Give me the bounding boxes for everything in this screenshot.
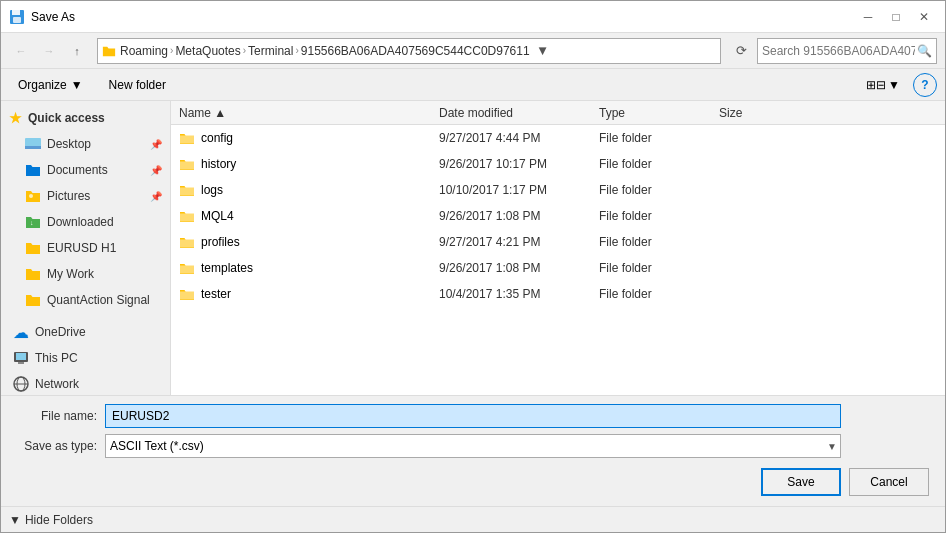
folder-icon xyxy=(179,234,195,250)
title-controls: ─ □ ✕ xyxy=(855,7,937,27)
file-type-cell: File folder xyxy=(599,157,719,171)
sidebar: ★ Quick access Desktop 📌 Documents 📌 xyxy=(1,101,171,395)
sidebar-item-mywork[interactable]: My Work xyxy=(1,261,170,287)
svg-point-5 xyxy=(29,194,33,198)
search-icon[interactable]: 🔍 xyxy=(917,44,932,58)
col-header-type[interactable]: Type xyxy=(599,106,719,120)
filename-label: File name: xyxy=(17,409,97,423)
col-header-date[interactable]: Date modified xyxy=(439,106,599,120)
title-bar: Save As ─ □ ✕ xyxy=(1,1,945,33)
address-bar[interactable]: Roaming › MetaQuotes › Terminal › 915566… xyxy=(97,38,721,64)
crumb-metaquotes[interactable]: MetaQuotes xyxy=(175,44,240,58)
sidebar-item-eurusd[interactable]: EURUSD H1 xyxy=(1,235,170,261)
table-row[interactable]: templates 9/26/2017 1:08 PM File folder xyxy=(171,255,945,281)
file-name-cell: templates xyxy=(179,260,439,276)
back-button[interactable]: ← xyxy=(9,39,33,63)
savetype-label: Save as type: xyxy=(17,439,97,453)
up-button[interactable]: ↑ xyxy=(65,39,89,63)
eurusd-icon xyxy=(25,240,41,256)
savetype-select[interactable]: ASCII Text (*.csv) xyxy=(105,434,841,458)
sidebar-item-network[interactable]: Network xyxy=(1,371,170,395)
forward-button[interactable]: → xyxy=(37,39,61,63)
table-row[interactable]: tester 10/4/2017 1:35 PM File folder xyxy=(171,281,945,307)
file-name-cell: history xyxy=(179,156,439,172)
filename-input[interactable] xyxy=(105,404,841,428)
file-date-cell: 10/4/2017 1:35 PM xyxy=(439,287,599,301)
folder-icon xyxy=(179,156,195,172)
quick-access-section: ★ Quick access Desktop 📌 Documents 📌 xyxy=(1,105,170,313)
documents-icon xyxy=(25,162,41,178)
maximize-button[interactable]: □ xyxy=(883,7,909,27)
table-row[interactable]: logs 10/10/2017 1:17 PM File folder xyxy=(171,177,945,203)
refresh-button[interactable]: ⟳ xyxy=(729,39,753,63)
network-icon xyxy=(13,376,29,392)
navigation-toolbar: ← → ↑ Roaming › MetaQuotes › Terminal › … xyxy=(1,33,945,69)
table-row[interactable]: MQL4 9/26/2017 1:08 PM File folder xyxy=(171,203,945,229)
file-type-cell: File folder xyxy=(599,131,719,145)
address-dropdown-button[interactable]: ▼ xyxy=(534,39,552,63)
sidebar-item-pictures[interactable]: Pictures 📌 xyxy=(1,183,170,209)
folder-icon xyxy=(179,286,195,302)
hide-folders-button[interactable]: ▼ Hide Folders xyxy=(9,513,93,527)
dialog-icon xyxy=(9,9,25,25)
crumb-hash[interactable]: 915566BA06ADA407569C544CC0D97611 xyxy=(301,44,530,58)
sidebar-item-quantaction[interactable]: QuantAction Signal xyxy=(1,287,170,313)
crumb-roaming[interactable]: Roaming xyxy=(120,44,168,58)
minimize-button[interactable]: ─ xyxy=(855,7,881,27)
sidebar-item-thispc[interactable]: This PC xyxy=(1,345,170,371)
sidebar-item-downloaded[interactable]: ↓ Downloaded xyxy=(1,209,170,235)
new-folder-button[interactable]: New folder xyxy=(100,73,175,97)
file-type-cell: File folder xyxy=(599,261,719,275)
main-content: ★ Quick access Desktop 📌 Documents 📌 xyxy=(1,101,945,395)
view-options-button[interactable]: ⊞⊟ ▼ xyxy=(861,73,905,97)
file-rows-container: config 9/27/2017 4:44 PM File folder his… xyxy=(171,125,945,307)
folder-icon xyxy=(179,260,195,276)
search-input[interactable] xyxy=(762,44,915,58)
pictures-icon xyxy=(25,188,41,204)
svg-rect-9 xyxy=(18,362,24,364)
file-name-cell: MQL4 xyxy=(179,208,439,224)
file-list-header: Name ▲ Date modified Type Size xyxy=(171,101,945,125)
pin-icon-documents: 📌 xyxy=(150,165,162,176)
close-button[interactable]: ✕ xyxy=(911,7,937,27)
cancel-button[interactable]: Cancel xyxy=(849,468,929,496)
table-row[interactable]: config 9/27/2017 4:44 PM File folder xyxy=(171,125,945,151)
file-name-cell: config xyxy=(179,130,439,146)
filename-row: File name: xyxy=(17,404,929,428)
file-name-cell: logs xyxy=(179,182,439,198)
quick-access-header[interactable]: ★ Quick access xyxy=(1,105,170,131)
thispc-icon xyxy=(13,350,29,366)
folder-icon xyxy=(179,182,195,198)
file-name-cell: profiles xyxy=(179,234,439,250)
mywork-icon xyxy=(25,266,41,282)
file-type-cell: File folder xyxy=(599,183,719,197)
save-as-dialog: Save As ─ □ ✕ ← → ↑ Roaming › MetaQuotes… xyxy=(0,0,946,533)
file-date-cell: 9/26/2017 1:08 PM xyxy=(439,261,599,275)
quantaction-icon xyxy=(25,292,41,308)
col-header-name[interactable]: Name ▲ xyxy=(179,106,439,120)
sidebar-item-desktop[interactable]: Desktop 📌 xyxy=(1,131,170,157)
bottom-buttons: Save Cancel xyxy=(17,464,929,498)
col-header-size[interactable]: Size xyxy=(719,106,799,120)
organize-button[interactable]: Organize ▼ xyxy=(9,73,92,97)
help-button[interactable]: ? xyxy=(913,73,937,97)
sidebar-item-onedrive[interactable]: ☁ OneDrive xyxy=(1,319,170,345)
sidebar-item-documents[interactable]: Documents 📌 xyxy=(1,157,170,183)
crumb-terminal[interactable]: Terminal xyxy=(248,44,293,58)
file-date-cell: 9/26/2017 1:08 PM xyxy=(439,209,599,223)
quick-access-icon: ★ xyxy=(9,110,22,126)
action-bar: Organize ▼ New folder ⊞⊟ ▼ ? xyxy=(1,69,945,101)
file-type-cell: File folder xyxy=(599,209,719,223)
savetype-row: Save as type: ASCII Text (*.csv) ▼ xyxy=(17,434,929,458)
table-row[interactable]: history 9/26/2017 10:17 PM File folder xyxy=(171,151,945,177)
dialog-title: Save As xyxy=(31,10,75,24)
table-row[interactable]: profiles 9/27/2017 4:21 PM File folder xyxy=(171,229,945,255)
breadcrumb: Roaming › MetaQuotes › Terminal › 915566… xyxy=(120,44,530,58)
folder-icon xyxy=(179,130,195,146)
address-folder-icon xyxy=(102,44,116,58)
svg-text:↓: ↓ xyxy=(30,219,34,226)
file-date-cell: 9/27/2017 4:44 PM xyxy=(439,131,599,145)
save-button[interactable]: Save xyxy=(761,468,841,496)
svg-rect-1 xyxy=(12,10,20,15)
onedrive-icon: ☁ xyxy=(13,324,29,340)
